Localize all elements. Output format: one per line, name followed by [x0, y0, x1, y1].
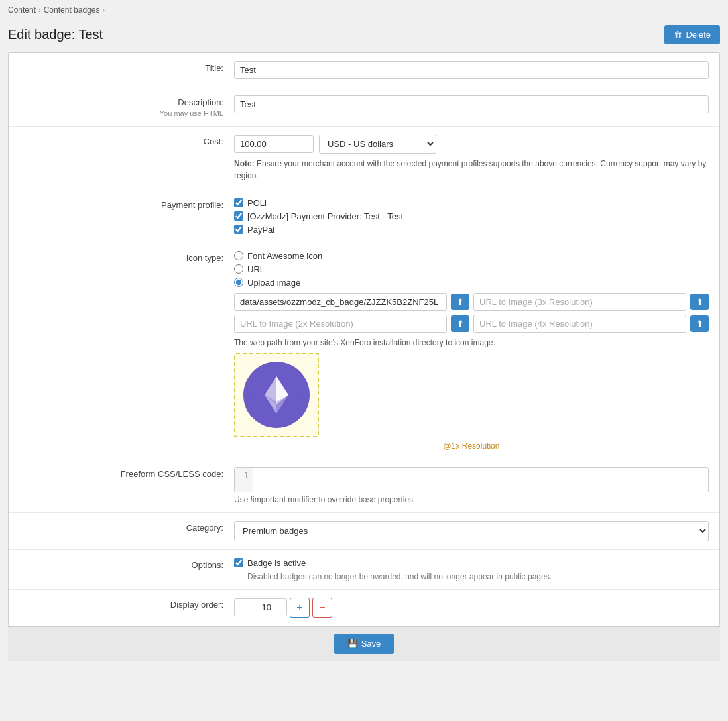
trash-icon: 🗑 [674, 30, 682, 40]
css-textarea[interactable] [253, 468, 708, 492]
paypal-label: PayPal [247, 225, 274, 235]
poli-label: POLi [247, 198, 267, 208]
payment-profile-ozzmodz[interactable]: [OzzModz] Payment Provider: Test - Test [234, 211, 709, 221]
breadcrumb-content-badges[interactable]: Content badges [44, 5, 100, 15]
minus-icon: − [319, 602, 325, 614]
save-button[interactable]: 💾 Save [334, 634, 394, 654]
currency-select[interactable]: USD - US dollars EUR - Euros GBP - Briti… [319, 135, 436, 154]
category-row: Category: Premium badges Standard badges… [9, 513, 719, 550]
icon-type-fa[interactable]: Font Awesome icon [234, 251, 709, 261]
display-order-input[interactable] [234, 598, 287, 616]
category-label: Category: [9, 520, 234, 534]
delete-button[interactable]: 🗑 Delete [664, 25, 720, 44]
url-row-2x: ⬆ ⬆ [234, 315, 709, 333]
options-group: Badge is active Disabled badges can no l… [234, 558, 709, 581]
save-icon: 💾 [347, 639, 358, 649]
ozzmodz-label: [OzzModz] Payment Provider: Test - Test [247, 211, 403, 221]
title-label: Title: [9, 60, 234, 74]
url-4x-input[interactable] [473, 315, 686, 333]
cost-input[interactable] [234, 135, 314, 153]
css-label: Freeform CSS/LESS code: [9, 466, 234, 480]
upload-4x-button[interactable]: ⬆ [690, 315, 709, 332]
badge-active-option[interactable]: Badge is active [234, 558, 709, 568]
order-decrement-button[interactable]: − [312, 598, 332, 618]
badge-active-checkbox[interactable] [234, 558, 243, 567]
payment-profile-row: Payment profile: POLi [OzzModz] Payment … [9, 190, 719, 243]
payment-profile-group: POLi [OzzModz] Payment Provider: Test - … [234, 198, 709, 235]
upload-icon-1x: ⬆ [457, 297, 464, 307]
display-order-row: Display order: + − [9, 590, 719, 626]
page-title: Edit badge: Test [8, 27, 103, 42]
paypal-checkbox[interactable] [234, 225, 243, 234]
form-footer: 💾 Save [8, 626, 720, 661]
badge-active-label: Badge is active [247, 558, 306, 568]
css-row: Freeform CSS/LESS code: 1 Use !important… [9, 459, 719, 513]
upload-icon-4x: ⬆ [696, 319, 703, 329]
breadcrumb-sep-1: › [38, 6, 41, 14]
icon-type-group: Font Awesome icon URL Upload image [234, 251, 709, 288]
description-sublabel: You may use HTML [9, 109, 223, 119]
url-row-1x: ⬆ ⬆ [234, 293, 709, 311]
ethereum-svg [250, 368, 303, 421]
upload-2x-button[interactable]: ⬆ [451, 315, 469, 332]
poli-checkbox[interactable] [234, 198, 243, 207]
description-input[interactable] [234, 95, 709, 113]
category-select[interactable]: Premium badges Standard badges Special b… [234, 521, 709, 541]
options-label: Options: [9, 557, 234, 571]
payment-profile-paypal[interactable]: PayPal [234, 225, 709, 235]
css-editor: 1 [234, 467, 709, 492]
display-order-label: Display order: [9, 596, 234, 611]
breadcrumb: Content › Content badges › [0, 0, 728, 20]
url-1x-input[interactable] [234, 293, 447, 311]
order-increment-button[interactable]: + [290, 598, 310, 618]
icon-type-upload[interactable]: Upload image [234, 278, 709, 288]
ethereum-preview [243, 362, 310, 428]
cost-note: Note: Ensure your merchant account with … [234, 158, 709, 182]
plus-icon: + [296, 602, 302, 614]
description-label: Description: You may use HTML [9, 94, 234, 119]
upload-1x-button[interactable]: ⬆ [451, 294, 469, 310]
upload-radio[interactable] [234, 278, 243, 287]
title-input[interactable] [234, 61, 709, 79]
payment-profile-poli[interactable]: POLi [234, 198, 709, 208]
url-2x-input[interactable] [234, 315, 447, 333]
title-row: Title: [9, 53, 719, 87]
cost-label: Cost: [9, 133, 234, 148]
icon-preview-area: The web path from your site's XenForo in… [234, 338, 709, 451]
ozzmodz-checkbox[interactable] [234, 211, 243, 221]
url-3x-input[interactable] [473, 293, 686, 311]
icon-type-row: Icon type: Font Awesome icon URL Upload … [9, 243, 719, 459]
cost-row: Cost: USD - US dollars EUR - Euros GBP -… [9, 127, 719, 190]
breadcrumb-sep-2: › [102, 6, 105, 14]
icon-type-label: Icon type: [9, 250, 234, 264]
resolution-label: @1x Resolution [234, 441, 709, 451]
save-label: Save [361, 639, 381, 649]
options-row: Options: Badge is active Disabled badges… [9, 550, 719, 590]
upload-3x-button[interactable]: ⬆ [690, 294, 709, 310]
icon-type-url[interactable]: URL [234, 264, 709, 274]
fa-radio[interactable] [234, 251, 243, 260]
fa-label: Font Awesome icon [247, 251, 322, 261]
url-radio[interactable] [234, 264, 243, 274]
description-row: Description: You may use HTML [9, 87, 719, 127]
breadcrumb-content[interactable]: Content [8, 5, 36, 15]
delete-label: Delete [686, 30, 711, 40]
upload-icon-3x: ⬆ [696, 297, 703, 307]
url-fields: ⬆ ⬆ ⬆ ⬆ [234, 293, 709, 333]
css-help: Use !important modifier to override base… [234, 495, 709, 504]
preview-box [234, 353, 319, 437]
display-order-controls: + − [234, 598, 709, 618]
payment-profile-label: Payment profile: [9, 197, 234, 211]
line-number: 1 [235, 468, 253, 492]
upload-icon-2x: ⬆ [457, 319, 464, 329]
badge-active-desc: Disabled badges can no longer be awarded… [247, 572, 709, 581]
icon-path-note: The web path from your site's XenForo in… [234, 338, 709, 347]
upload-label: Upload image [247, 278, 300, 288]
url-label: URL [247, 264, 265, 274]
